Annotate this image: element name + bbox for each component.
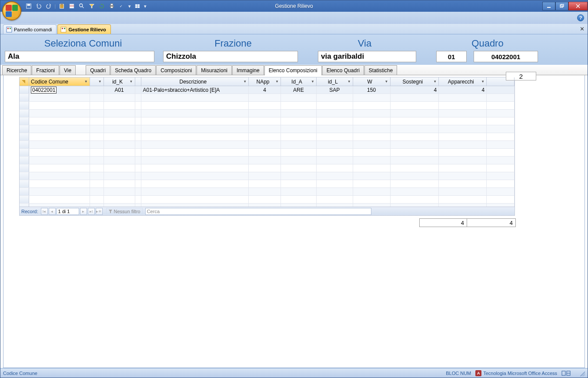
dropdown-icon[interactable]: ▼: [347, 80, 351, 84]
col-sostegni[interactable]: Sostegni▼: [391, 77, 439, 86]
nav-last-button[interactable]: ▸I: [88, 208, 95, 215]
grid-header: Codice Comune▼ ▼ id_K▼ Descrizione▼ NApp…: [20, 77, 514, 86]
qat-save-icon[interactable]: [24, 2, 33, 10]
nav-new-button[interactable]: ▸✳: [96, 208, 103, 215]
minimize-button[interactable]: [542, 2, 555, 10]
tab-elenco-quadri[interactable]: Elenco Quadri: [322, 65, 364, 75]
col-w[interactable]: W▼: [353, 77, 391, 86]
data-grid: Codice Comune▼ ▼ id_K▼ Descrizione▼ NApp…: [19, 77, 515, 216]
cell-blank2[interactable]: [135, 86, 141, 94]
qat-filter-icon[interactable]: [87, 2, 97, 10]
qat-form-icon[interactable]: [67, 2, 77, 10]
qat-spell-icon[interactable]: ✓: [117, 2, 127, 10]
quadro-code1-field[interactable]: [436, 51, 467, 62]
tab-vie[interactable]: Vie: [60, 65, 76, 75]
tab-frazioni[interactable]: Frazioni: [32, 65, 59, 75]
cell-napp[interactable]: 4: [249, 86, 281, 94]
col-codice-comune[interactable]: Codice Comune▼: [29, 77, 90, 86]
qat-dropdown-icon[interactable]: ▾: [127, 2, 132, 10]
nav-first-button[interactable]: I◂: [41, 208, 48, 215]
col-extra[interactable]: [487, 77, 514, 86]
tab-pannello-comandi[interactable]: Pannello comandi: [3, 24, 57, 34]
tab-quadri[interactable]: Quadri: [86, 65, 110, 75]
col-descrizione[interactable]: Descrizione▼: [141, 77, 249, 86]
total-sostegni: 4: [419, 218, 467, 227]
comuni-field[interactable]: [5, 51, 154, 62]
qat-more-icon[interactable]: ▾: [143, 2, 148, 10]
label-seleziona-comuni: Seleziona Comuni: [5, 38, 161, 49]
tab-statistiche[interactable]: Statistiche: [364, 65, 397, 75]
col-id-k[interactable]: id_K▼: [104, 77, 135, 86]
row-selector[interactable]: [20, 86, 29, 94]
cell-blank1[interactable]: [90, 86, 104, 94]
svg-rect-10: [110, 4, 113, 6]
col-napp[interactable]: NApp▼: [249, 77, 281, 86]
col-id-a[interactable]: Id_A▼: [281, 77, 317, 86]
col-blank1[interactable]: ▼: [90, 77, 104, 86]
via-field[interactable]: [318, 51, 416, 62]
grid-search-input[interactable]: [145, 208, 371, 215]
resize-grip[interactable]: [579, 370, 585, 376]
titlebar: | ✓ ▾ ▾ Gestione Rilievo: [0, 0, 588, 12]
qat-table-icon[interactable]: [133, 2, 142, 10]
dropdown-icon[interactable]: ▼: [243, 80, 247, 84]
cell-id-k[interactable]: A01: [104, 86, 135, 94]
label-via: Via: [305, 38, 424, 49]
quadro-code2-field[interactable]: [474, 51, 538, 62]
cell-codice-comune[interactable]: 04022001: [29, 86, 90, 94]
dropdown-icon[interactable]: ▼: [433, 80, 437, 84]
record-position-input[interactable]: [57, 208, 79, 215]
tab-gestione-rilievo[interactable]: Gestione Rilievo: [57, 24, 110, 34]
table-row[interactable]: 04022001 A01 A01-Palo+sbraccio+Artistico…: [20, 86, 514, 94]
col-blank2[interactable]: [135, 77, 141, 86]
status-tech: Tecnologia Microsoft Office Access: [483, 371, 557, 376]
dropdown-icon[interactable]: ▼: [385, 80, 388, 84]
cell-extra[interactable]: [487, 86, 514, 94]
tab-immagine[interactable]: Immagine: [232, 65, 264, 75]
cell-descrizione[interactable]: A01-Palo+sbraccio+Artistico [E]A: [141, 86, 249, 94]
nav-prev-button[interactable]: ◂: [49, 208, 56, 215]
qat-redo-icon[interactable]: [44, 2, 53, 10]
form-header-panel: Seleziona Comuni Frazione Via Quadro: [0, 34, 588, 65]
col-apparecchi[interactable]: Apparecchi▼: [439, 77, 487, 86]
svg-rect-21: [7, 27, 12, 32]
col-id-l[interactable]: id_L▼: [317, 77, 353, 86]
frazione-field[interactable]: [163, 51, 298, 62]
qat-refresh-icon[interactable]: [97, 2, 107, 10]
ribbon-area: ?: [0, 12, 588, 24]
close-tab-icon[interactable]: ✕: [579, 26, 585, 32]
funnel-icon: [108, 209, 113, 214]
cell-sostegni[interactable]: 4: [391, 86, 439, 94]
close-button[interactable]: [568, 2, 588, 10]
dropdown-icon[interactable]: ▼: [275, 80, 279, 84]
tab-elenco-composizioni[interactable]: Elenco Composizioni: [264, 65, 322, 75]
dropdown-icon[interactable]: ▼: [481, 80, 484, 84]
dropdown-icon[interactable]: ▼: [130, 80, 133, 84]
cell-apparecchi[interactable]: 4: [439, 86, 487, 94]
dropdown-icon[interactable]: ▼: [311, 80, 314, 84]
qat-undo-icon[interactable]: [34, 2, 43, 10]
filter-indicator[interactable]: Nessun filtro: [106, 208, 143, 215]
cell-w[interactable]: 150: [353, 86, 391, 94]
view-icons[interactable]: [561, 370, 575, 376]
nav-next-button[interactable]: ▸: [80, 208, 87, 215]
label-quadro: Quadro: [424, 38, 551, 49]
tab-composizioni[interactable]: Composizioni: [156, 65, 196, 75]
tab-misurazioni[interactable]: Misurazioni: [197, 65, 232, 75]
svg-rect-1: [27, 4, 30, 6]
dropdown-icon[interactable]: ▼: [98, 80, 102, 84]
cell-id-l[interactable]: SAP: [317, 86, 353, 94]
qat-find-icon[interactable]: [77, 2, 87, 10]
qat-paste-icon[interactable]: [57, 2, 67, 10]
office-button[interactable]: [2, 1, 21, 20]
maximize-button[interactable]: [555, 2, 568, 10]
tab-ricerche[interactable]: Ricerche: [2, 65, 31, 75]
select-all-header[interactable]: [20, 77, 29, 86]
grid-body[interactable]: 04022001 A01 A01-Palo+sbraccio+Artistico…: [20, 86, 514, 207]
svg-point-7: [80, 4, 83, 7]
cell-id-a[interactable]: ARE: [281, 86, 317, 94]
dropdown-icon[interactable]: ▼: [84, 80, 88, 84]
tab-scheda-quadro[interactable]: Scheda Quadro: [110, 65, 156, 75]
help-icon[interactable]: ?: [577, 14, 584, 21]
qat-print-icon[interactable]: [107, 2, 117, 10]
